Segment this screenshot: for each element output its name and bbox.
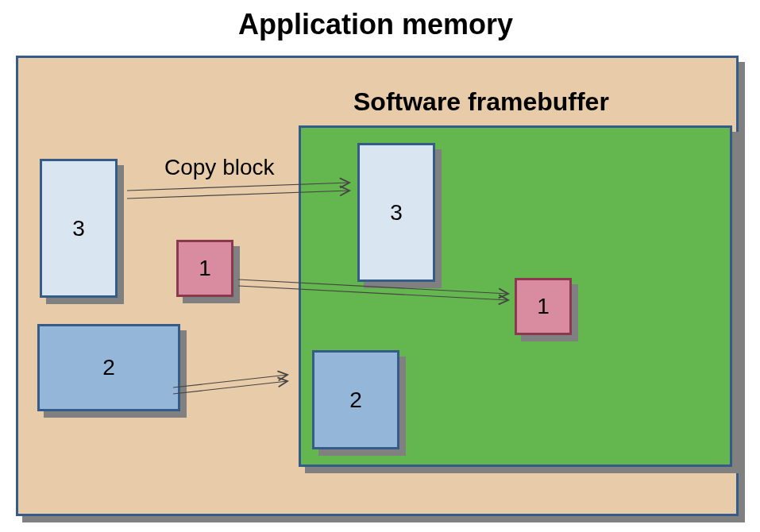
framebuffer-title: Software framebuffer xyxy=(353,87,609,117)
block-1-left-label: 1 xyxy=(179,256,231,281)
diagram-title: Application memory xyxy=(238,8,513,41)
block-2-left: 2 xyxy=(37,324,180,411)
block-1-right-label: 1 xyxy=(517,294,569,319)
block-1-right: 1 xyxy=(515,278,572,335)
block-2-right: 2 xyxy=(312,350,399,449)
block-3-right: 3 xyxy=(357,143,435,282)
copy-block-label: Copy block xyxy=(164,155,275,180)
block-2-right-label: 2 xyxy=(314,387,397,413)
block-3-left: 3 xyxy=(40,159,118,298)
block-1-left: 1 xyxy=(176,240,233,297)
block-3-right-label: 3 xyxy=(360,200,433,226)
block-2-left-label: 2 xyxy=(40,355,178,380)
block-3-left-label: 3 xyxy=(42,216,115,241)
